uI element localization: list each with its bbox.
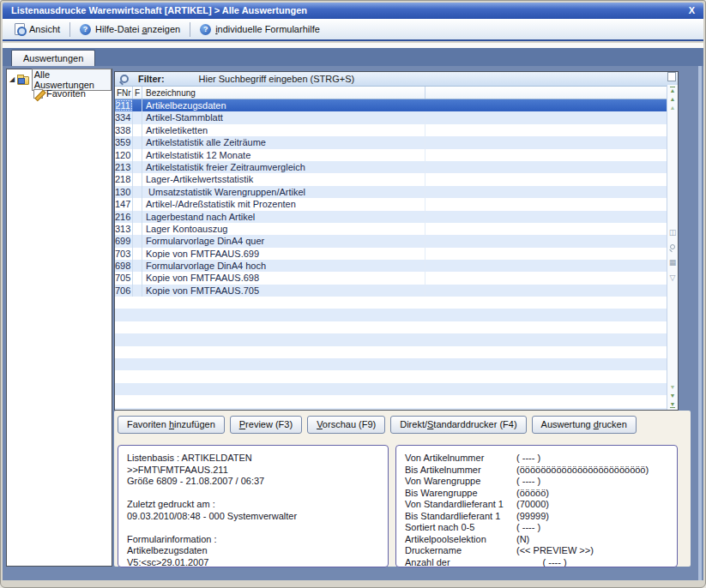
close-icon[interactable]: X [689, 3, 695, 19]
tab-strip: Auswertungen [3, 48, 703, 66]
selection-value: (öööööööööööööööööööööööö) [516, 465, 668, 477]
table-row[interactable]: 211 Artikelbezugsdaten [115, 99, 667, 111]
filter-funnel-icon[interactable]: ▽ [670, 274, 676, 282]
info-line: Artikelbezugsdaten [127, 545, 379, 557]
selection-label: Von Standardlieferant 1 [405, 499, 516, 511]
tree-item-label: Favoriten [46, 88, 86, 99]
table-row[interactable]: 120 Artikelstatistik 12 Monate [115, 149, 667, 161]
selection-value: (70000) [516, 499, 668, 511]
cell-fnr: 698 [115, 260, 133, 272]
cell-fnr: 130 [115, 186, 133, 198]
ansicht-label: Ansicht [29, 24, 60, 34]
column-header-fnr[interactable]: FNr [115, 87, 133, 99]
columns-icon[interactable]: ◫ [669, 229, 677, 237]
table-row[interactable]: 213 Artikelstatistik freier Zeitraumverg… [115, 161, 667, 173]
cell-fnr: 703 [115, 248, 133, 260]
hilfe-datei-label: Hilfe-Datei anzeigen [95, 24, 180, 34]
table-row[interactable]: 705 Kopie von FMTFAAUS.698 [115, 272, 667, 284]
scroll-to-top-icon[interactable]: ▲ [670, 87, 676, 93]
info-line: Formularinformation : [127, 534, 379, 546]
scroll-down-icon[interactable]: ▼ [670, 393, 676, 399]
window-title: Listenausdrucke Warenwirtschaft [ARTIKEL… [11, 5, 307, 15]
table-row[interactable]: 313 Lager Kontoauszug [115, 223, 667, 235]
action-button[interactable]: Preview (F3) [230, 416, 302, 434]
scroll-up-icon[interactable]: ▲ [670, 96, 676, 102]
table-row[interactable]: 147 Artikel-/Adreßstatistik mit Prozente… [115, 198, 667, 210]
filter-label: Filter: [138, 74, 165, 84]
table-row[interactable]: 334 Artikel-Stammblatt [115, 111, 667, 123]
cell-fnr: 216 [115, 211, 133, 223]
cell-bezeichnung: Kopie von FMTFAAUS.705 [142, 285, 425, 297]
selection-info-panel: Von Artikelnummer ( ---- ) Bis Artikelnu… [395, 445, 678, 567]
folder-icon [17, 76, 29, 85]
tree-item-alle-auswertungen[interactable]: ◢ Alle Auswertungen [7, 73, 112, 87]
cell-bezeichnung: Umsatzstatistik Warengruppen/Artikel [142, 186, 425, 198]
table-row[interactable]: 359 Artikelstatistik alle Zeiträume [115, 136, 667, 148]
note-icon [33, 89, 43, 99]
action-button[interactable]: Vorschau (F9) [307, 416, 385, 434]
action-button[interactable]: Direkt/Standarddrucker (F4) [390, 416, 526, 434]
cell-empty [425, 186, 667, 198]
cell-f [133, 248, 142, 260]
tree-panel: ◢ Alle Auswertungen Favoriten [6, 69, 112, 567]
cell-f [133, 173, 142, 185]
selection-row: Von Warengruppe ( ---- ) [405, 476, 668, 488]
statistics-icon[interactable]: ▦ [669, 259, 677, 267]
cell-f [133, 223, 142, 235]
info-line: Listenbasis : ARTIKELDATEN [127, 453, 379, 465]
table-row[interactable]: 338 Artikeletiketten [115, 124, 667, 136]
table-row[interactable]: 218 Lager-Artikelwertsstatistik [115, 173, 667, 185]
cell-bezeichnung: Artikel-/Adreßstatistik mit Prozenten [142, 198, 425, 210]
filter-input[interactable]: Hier Suchbegriff eingeben (STRG+S) [199, 74, 355, 84]
cell-empty [425, 260, 667, 272]
selection-row: Artikelpoolselektion (N) [405, 534, 668, 546]
scroll-line-up-icon[interactable]: ▲ [670, 105, 676, 111]
cell-bezeichnung: Formularvorlage DinA4 quer [142, 235, 425, 247]
table-row[interactable]: 703 Kopie von FMTFAAUS.699 [115, 248, 667, 260]
table-row[interactable]: 216 Lagerbestand nach Artikel [115, 211, 667, 223]
table-row[interactable]: 699 Formularvorlage DinA4 quer [115, 235, 667, 247]
info-line [127, 522, 379, 534]
cell-empty [425, 223, 667, 235]
selection-label: Sortiert nach 0-5 [405, 522, 516, 534]
help-icon [200, 24, 211, 35]
table-row[interactable]: 698 Formularvorlage DinA4 hoch [115, 260, 667, 272]
column-header-bezeichnung[interactable]: Bezeichnung [142, 87, 425, 99]
table-row[interactable]: 130 Umsatzstatistik Warengruppen/Artikel [115, 186, 667, 198]
table-search-icon[interactable] [669, 244, 676, 251]
cell-bezeichnung: Kopie von FMTFAAUS.698 [142, 272, 425, 284]
tree-expanded-icon[interactable]: ◢ [9, 76, 15, 83]
auswertungen-table: Filter: Hier Suchbegriff eingeben (STRG+… [114, 71, 679, 411]
cell-empty [425, 124, 667, 136]
formularhilfe-button[interactable]: individuelle Formularhilfe [193, 22, 327, 37]
selection-label: Bis Warengruppe [405, 488, 516, 500]
selection-value: (N) [516, 534, 668, 546]
cell-f [133, 111, 142, 123]
scroll-to-bottom-icon[interactable]: ▼ [670, 401, 676, 408]
selection-label: Von Warengruppe [405, 476, 516, 488]
selection-row: Bis Standardlieferant 1 (99999) [405, 511, 668, 523]
hilfe-datei-button[interactable]: Hilfe-Datei anzeigen [73, 22, 187, 37]
cell-f [133, 136, 142, 148]
selection-row: Sortiert nach 0-5 ( ---- ) [405, 522, 668, 534]
cell-empty [425, 248, 667, 260]
cell-bezeichnung: Artikelstatistik alle Zeiträume [142, 136, 425, 148]
copy-icon[interactable] [669, 74, 676, 81]
cell-bezeichnung: Lagerbestand nach Artikel [142, 211, 425, 223]
cell-bezeichnung: Artikel-Stammblatt [142, 111, 425, 123]
action-button[interactable]: Auswertung drucken [532, 416, 637, 434]
action-button[interactable]: Favoriten hinzufügen [118, 416, 225, 434]
cell-f [133, 211, 142, 223]
table-row[interactable]: 706 Kopie von FMTFAAUS.705 [115, 285, 667, 297]
vertical-scrollbar[interactable]: ▲ ▲ ▲ ◫ ▦ ▽ ▼ ▼ ▼ [667, 85, 678, 410]
tab-auswertungen[interactable]: Auswertungen [11, 50, 95, 66]
filter-bar[interactable]: Filter: Hier Suchbegriff eingeben (STRG+… [115, 72, 678, 87]
column-header-f[interactable]: F [133, 87, 142, 99]
toolbar-separator [190, 22, 190, 37]
scroll-line-down-icon[interactable]: ▼ [670, 384, 676, 390]
selection-value: ( ---- ) [516, 557, 668, 568]
ansicht-button[interactable]: Ansicht [8, 21, 67, 37]
selection-value: ( ---- ) [516, 522, 668, 534]
info-line: 09.03.2010/08:48 - 000 Systemverwalter [127, 511, 379, 523]
cell-empty [425, 161, 667, 173]
